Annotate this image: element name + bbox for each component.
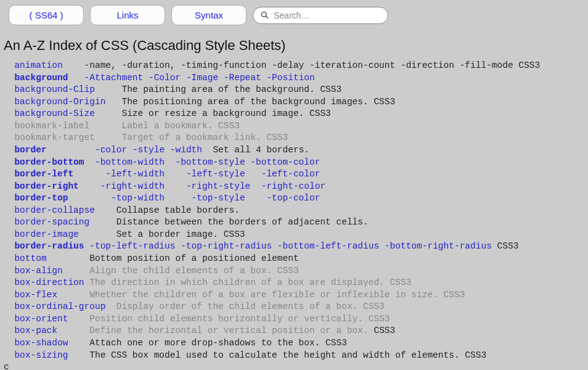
listing-text: Distance between the borders of adjacent… <box>89 217 368 227</box>
css-property-link[interactable]: -bottom-left-radius <box>277 241 379 251</box>
css-property-link[interactable]: -Repeat <box>224 73 261 83</box>
css-property-link[interactable]: -left-width <box>105 169 165 179</box>
listing-text: Position child elements horizontally or … <box>89 314 390 324</box>
links-button[interactable]: Links <box>90 5 165 25</box>
syntax-button[interactable]: Syntax <box>171 5 247 25</box>
search-box[interactable] <box>253 7 388 24</box>
listing-text <box>4 73 14 83</box>
css-property-link[interactable]: border-spacing <box>14 217 89 227</box>
css-property-link[interactable]: box-flex <box>14 290 57 300</box>
css-property-link[interactable]: box-ordinal-group <box>14 302 105 311</box>
listing-text <box>165 193 192 203</box>
css-property-link[interactable]: background-Origin <box>14 97 105 107</box>
css-property-link[interactable]: box-orient <box>14 314 68 324</box>
listing-text <box>165 145 170 155</box>
css-property-link[interactable]: -top-style <box>192 193 245 203</box>
top-navigation: ( SS64 ) Links Syntax <box>0 0 588 29</box>
css-property-link[interactable]: border-top <box>14 193 68 203</box>
listing-text: -name, -duration, -timing-function -dela… <box>63 60 540 70</box>
css-property-link[interactable]: border-radius <box>14 241 84 251</box>
css-property-link[interactable]: -right-color <box>261 181 325 191</box>
listing-text <box>4 109 14 118</box>
listing-text <box>175 241 181 251</box>
listing-text: Bottom position of a positioned element <box>47 253 299 263</box>
css-property-link[interactable]: box-direction <box>14 278 84 287</box>
listing-text <box>68 314 89 324</box>
css-property-link[interactable]: -top-color <box>266 193 320 203</box>
css-property-link[interactable]: animation <box>14 60 62 70</box>
page-title: An A-Z Index of CSS (Cascading Style She… <box>4 38 588 54</box>
css-property-link[interactable]: background <box>14 73 68 83</box>
listing-text <box>84 241 90 251</box>
css-property-link[interactable]: box-align <box>14 266 62 276</box>
listing-text <box>4 290 14 300</box>
listing-text <box>57 290 89 300</box>
listing-text <box>272 241 277 251</box>
listing-text <box>181 73 186 83</box>
css-property-link[interactable]: bottom <box>14 253 46 263</box>
css-property-link[interactable]: -top-left-radius <box>89 241 175 251</box>
listing-text <box>4 229 14 239</box>
listing-text <box>4 193 14 203</box>
css-property-link[interactable]: -Image <box>186 73 218 83</box>
css-property-link[interactable]: border <box>14 145 46 155</box>
home-button[interactable]: ( SS64 ) <box>9 5 84 25</box>
css-property-link[interactable]: -bottom-color <box>250 157 320 167</box>
css-property-link[interactable]: -bottom-right-radius <box>385 241 492 251</box>
listing-text <box>4 266 14 276</box>
listing-text <box>4 181 14 191</box>
listing-text: Set a border image. CSS3 <box>79 229 245 239</box>
listing-text: bookmark-label Label a bookmark. CSS3 <box>14 121 239 131</box>
search-icon <box>261 11 269 19</box>
css-property-link[interactable]: border-collapse <box>14 205 95 215</box>
css-property-link[interactable]: -color <box>95 145 127 155</box>
listing-text <box>4 314 14 324</box>
listing-text: c <box>4 362 9 370</box>
css-property-link[interactable]: box-pack <box>14 326 57 335</box>
listing-text <box>379 241 385 251</box>
css-property-link[interactable]: -Attachment <box>84 73 144 83</box>
listing-text <box>218 73 224 83</box>
listing-text <box>4 253 14 263</box>
listing-text <box>4 133 14 142</box>
listing-text: Display order of the child elements of a… <box>116 302 385 311</box>
listing-text <box>57 326 89 335</box>
listing-text <box>79 181 100 191</box>
css-property-link[interactable]: -bottom-width <box>95 157 165 167</box>
listing-text <box>4 169 14 179</box>
listing-text: Whether the children of a box are flexib… <box>89 290 465 300</box>
listing-text <box>105 302 116 311</box>
listing-text <box>4 157 14 167</box>
css-property-link[interactable]: -right-width <box>100 181 165 191</box>
css-property-link[interactable]: -top-width <box>111 193 165 203</box>
css-property-link[interactable]: -Color <box>149 73 181 83</box>
listing-text <box>4 338 14 348</box>
listing-text: bookmark-target Target of a bookmark lin… <box>14 133 288 142</box>
css-property-link[interactable]: -style <box>133 145 165 155</box>
css-property-link[interactable]: -Position <box>266 73 314 83</box>
listing-text <box>165 169 186 179</box>
css-property-link[interactable]: -top-right-radius <box>181 241 272 251</box>
css-property-link[interactable]: -left-color <box>261 169 321 179</box>
css-property-link[interactable]: box-shadow <box>14 338 68 348</box>
css-property-link[interactable]: background-Clip <box>14 84 95 94</box>
css-property-link[interactable]: -right-style <box>186 181 250 191</box>
listing-text: Align the child elements of a box. CSS3 <box>89 266 298 276</box>
listing-text <box>4 121 14 131</box>
listing-text <box>4 84 14 94</box>
css-property-link[interactable]: border-right <box>14 181 78 191</box>
css-property-link[interactable]: box-sizing <box>14 350 68 360</box>
css-property-link[interactable]: background-Size <box>14 109 95 118</box>
css-property-link[interactable]: -left-style <box>186 169 245 179</box>
listing-text <box>165 181 186 191</box>
css-property-link[interactable]: -width <box>170 145 202 155</box>
css-property-link[interactable]: border-left <box>14 169 73 179</box>
listing-text: CSS3 <box>369 326 396 335</box>
css-property-link[interactable]: border-image <box>14 229 78 239</box>
css-property-link[interactable]: -bottom-style <box>175 157 245 167</box>
listing-text <box>63 266 90 276</box>
listing-text <box>68 73 84 83</box>
listing-text <box>4 60 14 70</box>
css-property-link[interactable]: border-bottom <box>14 157 84 167</box>
search-input[interactable] <box>272 10 377 21</box>
